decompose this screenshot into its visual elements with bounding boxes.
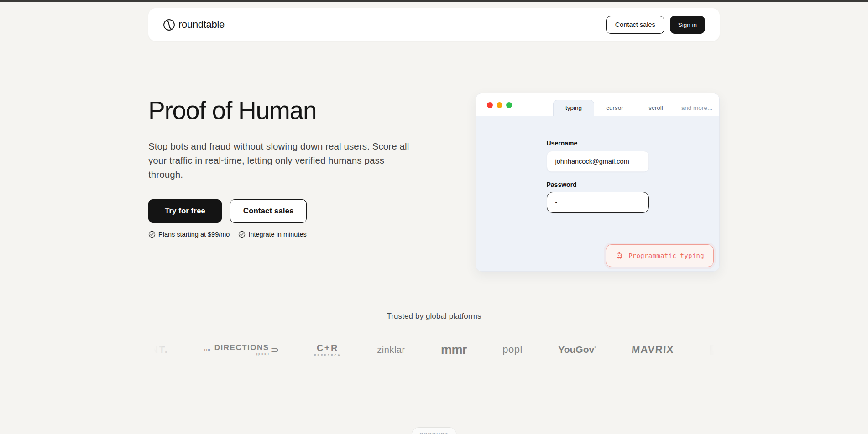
- product-section-badge: PRODUCT: [412, 427, 457, 434]
- top-strip: [0, 0, 868, 2]
- navbar: roundtable Contact sales Sign in: [148, 8, 720, 41]
- tab-and-more[interactable]: and more...: [676, 100, 717, 116]
- demo-window: typing cursor scroll and more... Usernam…: [476, 93, 720, 272]
- roundtable-logo-icon: [163, 19, 175, 31]
- window-traffic-lights: [487, 102, 512, 108]
- window-minimize-dot: [497, 102, 502, 108]
- username-label: Username: [547, 140, 578, 147]
- password-field[interactable]: [547, 192, 649, 213]
- window-close-dot: [487, 102, 493, 108]
- logo-yougov: YouGov°: [558, 344, 596, 355]
- integration-bullet-text: Integrate in minutes: [248, 231, 306, 238]
- trusted-heading: Trusted by global platforms: [148, 312, 720, 321]
- partial-logo: [710, 345, 717, 355]
- brand-logo[interactable]: roundtable: [163, 19, 225, 31]
- demo-window-body: Username Password: [476, 116, 719, 271]
- demo-tabs: typing cursor scroll and more...: [553, 100, 717, 116]
- integration-bullet: Integrate in minutes: [238, 231, 306, 238]
- logo-popl: popl: [502, 344, 523, 356]
- logo-mavrix: MAVRIX: [631, 344, 675, 356]
- brand-name: roundtable: [178, 19, 225, 31]
- contact-sales-nav-button[interactable]: Contact sales: [606, 16, 664, 34]
- programmatic-typing-badge: Programmatic typing: [606, 244, 714, 267]
- programmatic-typing-label: Programmatic typing: [628, 252, 704, 259]
- pricing-bullet-text: Plans starting at $99/mo: [158, 231, 230, 238]
- demo-window-titlebar: typing cursor scroll and more...: [476, 93, 719, 116]
- logo-directions-group: THE DIRECTIONS group ⊃: [204, 343, 278, 356]
- logo-mmr: mmr: [441, 343, 467, 357]
- tab-scroll[interactable]: scroll: [635, 100, 676, 116]
- check-circle-icon: [238, 231, 246, 238]
- tab-cursor[interactable]: cursor: [594, 100, 635, 116]
- hero-section: Proof of Human Stop bots and fraud witho…: [148, 93, 720, 272]
- sign-in-button[interactable]: Sign in: [670, 16, 705, 34]
- logo-carousel: NT. THE DIRECTIONS group ⊃ C+R RESEARCH …: [148, 336, 720, 363]
- tab-typing[interactable]: typing: [553, 100, 594, 116]
- hero-subtitle: Stop bots and fraud without slowing down…: [148, 139, 421, 182]
- directions-d-icon: ⊃: [270, 345, 278, 355]
- logo-zinklar: zinklar: [377, 345, 405, 355]
- page-title: Proof of Human: [148, 97, 431, 125]
- check-circle-icon: [148, 231, 156, 238]
- password-label: Password: [547, 181, 649, 188]
- username-field[interactable]: [547, 151, 649, 172]
- contact-sales-hero-button[interactable]: Contact sales: [230, 199, 307, 223]
- robot-icon: [615, 252, 623, 260]
- logo-cr-research: C+R RESEARCH: [314, 343, 341, 357]
- window-maximize-dot: [506, 102, 512, 108]
- try-for-free-button[interactable]: Try for free: [148, 199, 222, 223]
- logo-nt: NT.: [151, 344, 168, 355]
- pricing-bullet: Plans starting at $99/mo: [148, 231, 230, 238]
